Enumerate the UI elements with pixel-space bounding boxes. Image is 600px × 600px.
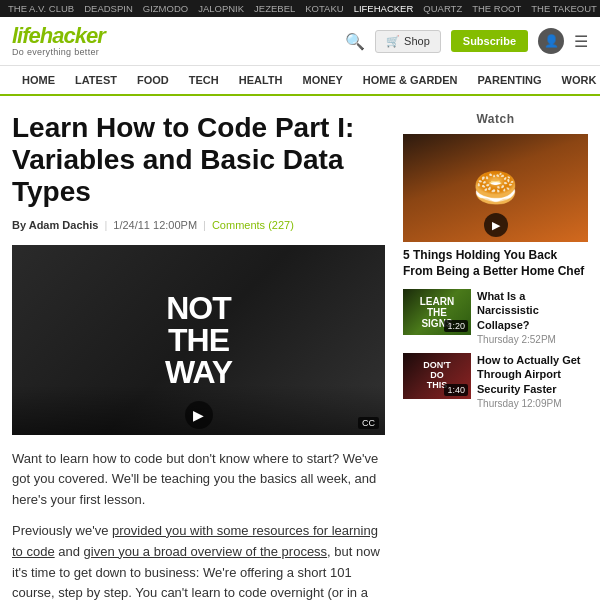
logo-tagline: Do everything better (12, 47, 105, 57)
article-author: By Adam Dachis (12, 219, 98, 231)
topnav-jezebel[interactable]: JEZEBEL (254, 3, 295, 14)
nav-work[interactable]: WORK (552, 66, 600, 94)
food-icon: 🥯 (473, 167, 518, 209)
topnav-the-root[interactable]: THE ROOT (472, 3, 521, 14)
topnav-the-takeout[interactable]: THE TAKEOUT (531, 3, 597, 14)
article-paragraph-2: Previously we've provided you with some … (12, 521, 385, 600)
topnav-gizmodo[interactable]: GIZMODO (143, 3, 188, 14)
article-body: Want to learn how to code but don't know… (12, 449, 385, 600)
header-actions: 🔍 🛒 Shop Subscribe 👤 ☰ (345, 28, 588, 54)
nav-home[interactable]: HOME (12, 66, 65, 94)
video-play-button[interactable]: ▶ (185, 401, 213, 429)
link-overview[interactable]: given you a broad overview of the proces… (84, 544, 328, 559)
article-title: Learn How to Code Part I: Variables and … (12, 112, 385, 209)
article-paragraph-1: Want to learn how to code but don't know… (12, 449, 385, 511)
site-header: lifehacker Do everything better 🔍 🛒 Shop… (0, 17, 600, 66)
sidebar-small-thumb-2: DON'TDOTHIS 1:40 (403, 353, 471, 399)
nav-latest[interactable]: LATEST (65, 66, 127, 94)
search-icon[interactable]: 🔍 (345, 32, 365, 51)
sidebar-small-title-1: What Is a Narcissistic Collapse? (477, 289, 588, 332)
sidebar-watch-title: Watch (403, 112, 588, 126)
topnav-jalopnik[interactable]: JALOPNIK (198, 3, 244, 14)
nav-parenting[interactable]: PARENTING (468, 66, 552, 94)
sidebar-small-date-2: Thursday 12:09PM (477, 398, 588, 409)
sidebar-main-video-title: 5 Things Holding You Back From Being a B… (403, 248, 588, 279)
sidebar-small-video-2[interactable]: DON'TDOTHIS 1:40 How to Actually Get Thr… (403, 353, 588, 409)
topnav-av-club[interactable]: THE A.V. CLUB (8, 3, 74, 14)
video-cc-badge: CC (358, 417, 379, 429)
menu-icon[interactable]: ☰ (574, 32, 588, 51)
article-video[interactable]: NOTTHEWAY ▶ CC (12, 245, 385, 435)
main-article: Learn How to Code Part I: Variables and … (12, 112, 385, 600)
duration-badge-2: 1:40 (444, 384, 468, 396)
main-navigation: HOME LATEST FOOD TECH HEALTH MONEY HOME … (0, 66, 600, 96)
duration-badge-1: 1:20 (444, 320, 468, 332)
sidebar-main-play-button[interactable]: ▶ (484, 213, 508, 237)
subscribe-button[interactable]: Subscribe (451, 30, 528, 52)
sidebar-small-video-1[interactable]: LEARNTHESIGNS 1:20 What Is a Narcissisti… (403, 289, 588, 345)
sidebar-small-date-1: Thursday 2:52PM (477, 334, 588, 345)
article-comments-link[interactable]: Comments (227) (212, 219, 294, 231)
shop-label: Shop (404, 35, 430, 47)
cart-icon: 🛒 (386, 35, 400, 48)
topnav-kotaku[interactable]: KOTAKU (305, 3, 343, 14)
nav-tech[interactable]: TECH (179, 66, 229, 94)
nav-home-garden[interactable]: HOME & GARDEN (353, 66, 468, 94)
content-wrapper: Learn How to Code Part I: Variables and … (0, 96, 600, 600)
sidebar-small-info-2: How to Actually Get Through Airport Secu… (477, 353, 588, 409)
meta-separator2: | (203, 219, 206, 231)
sidebar-small-title-2: How to Actually Get Through Airport Secu… (477, 353, 588, 396)
topnav-lifehacker[interactable]: LIFEHACKER (354, 3, 414, 14)
top-navigation: THE A.V. CLUB DEADSPIN GIZMODO JALOPNIK … (0, 0, 600, 17)
sidebar-small-thumb-1: LEARNTHESIGNS 1:20 (403, 289, 471, 335)
article-meta: By Adam Dachis | 1/24/11 12:00PM | Comme… (12, 219, 385, 231)
topnav-quartz[interactable]: QUARTZ (423, 3, 462, 14)
sidebar: Watch 🥯 ▶ 5 Things Holding You Back From… (403, 112, 588, 600)
sidebar-small-info-1: What Is a Narcissistic Collapse? Thursda… (477, 289, 588, 345)
nav-health[interactable]: HEALTH (229, 66, 293, 94)
topnav-deadspin[interactable]: DEADSPIN (84, 3, 133, 14)
nav-food[interactable]: FOOD (127, 66, 179, 94)
user-icon: 👤 (544, 34, 559, 48)
video-text: NOTTHEWAY (165, 292, 232, 388)
logo-area: lifehacker Do everything better (12, 25, 105, 57)
site-logo[interactable]: lifehacker (12, 25, 105, 47)
user-avatar[interactable]: 👤 (538, 28, 564, 54)
meta-separator: | (104, 219, 107, 231)
sidebar-main-video[interactable]: 🥯 ▶ (403, 134, 588, 242)
nav-money[interactable]: MONEY (293, 66, 353, 94)
shop-button[interactable]: 🛒 Shop (375, 30, 441, 53)
article-date: 1/24/11 12:00PM (113, 219, 197, 231)
